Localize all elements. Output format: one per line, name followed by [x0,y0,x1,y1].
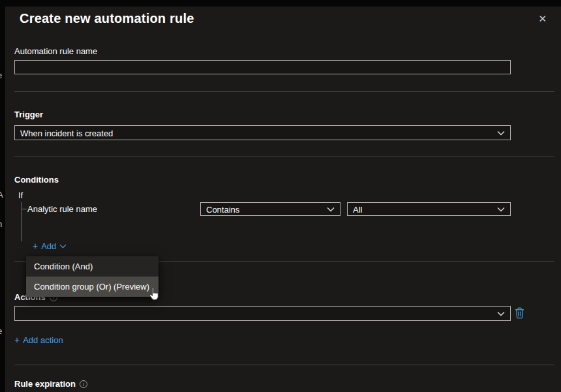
rule-expiration-label-text: Rule expiration [14,379,76,389]
chevron-down-icon [59,244,67,249]
page-title: Create new automation rule [20,11,194,26]
add-condition-menu: Condition (And) Condition group (Or) (Pr… [26,256,159,297]
background-text-fragment: A [0,190,4,200]
condition-operator-select[interactable]: Contains [200,202,341,216]
add-action-label: Add action [23,335,63,345]
condition-tree-line [22,202,22,241]
condition-value-select[interactable]: All [347,202,511,216]
background-text-fragment: n [0,219,4,229]
chevron-down-icon [497,311,505,316]
divider [14,365,554,365]
condition-operator-value: Contains [206,204,239,214]
background-text-fragment: e [0,326,4,336]
trash-icon [515,311,524,321]
add-condition-label: Add [41,241,56,251]
add-condition-button[interactable]: +Add [33,241,67,251]
condition-value-value: All [353,204,362,214]
create-automation-rule-panel: Create new automation rule ✕ Automation … [5,7,561,392]
divider [14,91,554,92]
rule-expiration-label: Rule expirationi [14,379,87,389]
background-text-fragment: e [0,70,4,80]
plus-icon: + [33,241,38,251]
add-action-button[interactable]: +Add action [14,335,63,345]
menu-item-condition-and[interactable]: Condition (And) [26,256,159,277]
chevron-down-icon [497,207,505,212]
info-icon: i [80,380,87,388]
close-icon[interactable]: ✕ [538,13,547,25]
trigger-select[interactable]: When incident is created [14,125,511,140]
trigger-label: Trigger [14,110,43,119]
divider [14,157,554,157]
chevron-down-icon [497,130,505,136]
plus-icon: + [14,335,20,345]
delete-action-button[interactable] [515,307,524,319]
actions-select[interactable] [14,306,511,321]
automation-rule-name-input[interactable] [14,60,511,74]
automation-rule-name-label: Automation rule name [14,46,97,56]
analytic-rule-name-label: Analytic rule name [27,204,97,214]
trigger-selected-value: When incident is created [20,128,113,138]
conditions-label: Conditions [14,175,59,185]
chevron-down-icon [327,207,335,212]
menu-item-condition-group-or[interactable]: Condition group (Or) (Preview) [26,277,159,297]
conditions-if-label: If [18,190,23,200]
condition-tree-line [22,209,27,209]
